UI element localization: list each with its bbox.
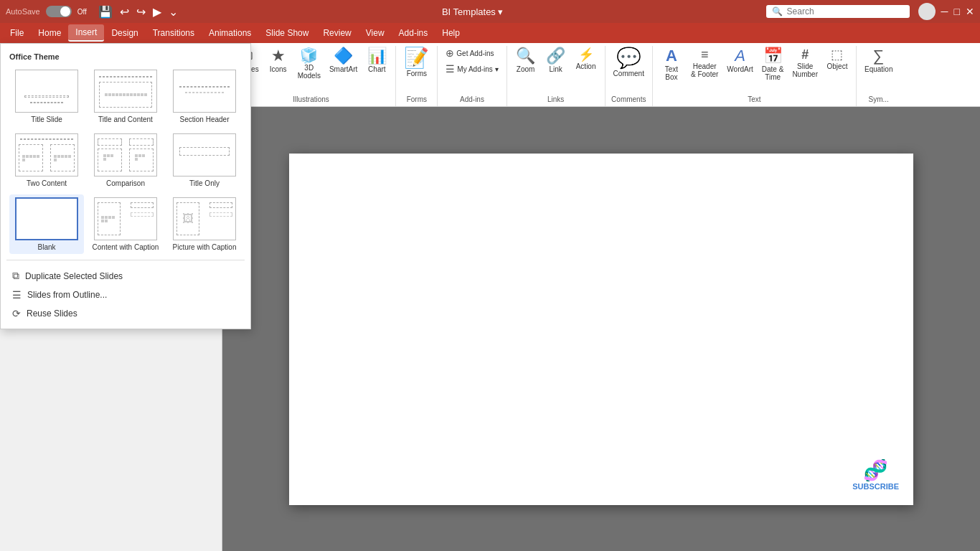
- my-addins-button[interactable]: ☰ My Add-ins ▾: [442, 62, 501, 76]
- menu-slideshow[interactable]: Slide Show: [258, 25, 316, 41]
- zoom-button[interactable]: 🔍 Zoom: [512, 46, 540, 75]
- menu-home[interactable]: Home: [31, 25, 68, 41]
- close-icon[interactable]: ✕: [966, 6, 974, 17]
- search-bar[interactable]: 🔍: [766, 5, 910, 18]
- link-button[interactable]: 🔗 Link: [542, 46, 570, 75]
- forms-label: Forms: [407, 70, 427, 77]
- layout-blank[interactable]: Blank: [9, 194, 84, 254]
- reuse-slides-action[interactable]: ⟳ Reuse Slides: [6, 304, 245, 323]
- menu-design[interactable]: Design: [104, 25, 145, 41]
- layout-name-two-content: Two Content: [27, 179, 67, 187]
- icons-button[interactable]: ★ Icons: [264, 46, 293, 75]
- layout-thumb-blank: [15, 197, 78, 240]
- 3d-models-button[interactable]: 🧊 3DModels: [294, 46, 324, 82]
- slides-from-outline-action[interactable]: ☰ Slides from Outline...: [6, 286, 245, 304]
- minimize-icon[interactable]: ─: [941, 6, 948, 17]
- autosave-toggle[interactable]: [46, 6, 72, 17]
- duplicate-slides-action[interactable]: ⧉ Duplicate Selected Slides: [6, 266, 245, 286]
- dna-icon: 🧬: [863, 458, 888, 482]
- object-button[interactable]: ⬚ Object: [823, 46, 852, 72]
- present-icon[interactable]: ▶: [153, 5, 161, 19]
- menu-help[interactable]: Help: [435, 25, 467, 41]
- layout-comparison[interactable]: Comparison: [88, 131, 163, 190]
- wordart-icon: A: [735, 48, 745, 64]
- link-label: Link: [549, 65, 562, 73]
- get-addins-button[interactable]: ⊕ Get Add-ins: [442, 46, 497, 60]
- 3d-models-icon: 🧊: [300, 48, 318, 62]
- duplicate-icon: ⧉: [12, 270, 19, 282]
- menu-insert[interactable]: Insert: [68, 24, 104, 42]
- comments-group-label: Comments: [606, 95, 652, 103]
- object-label: Object: [827, 62, 848, 70]
- subscribe-watermark: 🧬 SUBSCRIBE: [852, 458, 899, 491]
- thumb-comp-right-content: [130, 149, 153, 166]
- thumb-two-right: [50, 144, 75, 171]
- textbox-button[interactable]: A TextBox: [657, 46, 686, 83]
- menu-transitions[interactable]: Transitions: [146, 25, 202, 41]
- canvas-area: 🧬 SUBSCRIBE: [222, 107, 980, 551]
- get-addins-icon: ⊕: [446, 47, 454, 59]
- layout-section-header[interactable]: Section Header: [167, 67, 242, 126]
- menu-animations[interactable]: Animations: [202, 25, 258, 41]
- user-avatar[interactable]: [918, 3, 936, 20]
- maximize-icon[interactable]: □: [954, 6, 960, 17]
- menu-view[interactable]: View: [359, 25, 392, 41]
- thumb-sub-line: [30, 102, 63, 103]
- subscribe-text: SUBSCRIBE: [852, 482, 899, 491]
- menu-file[interactable]: File: [3, 25, 31, 41]
- chart-icon: 📊: [367, 48, 387, 64]
- forms-button[interactable]: 📝 Forms: [400, 46, 433, 80]
- search-input[interactable]: [787, 6, 902, 17]
- symbols-group-label: Sym...: [857, 95, 900, 103]
- equation-label: Equation: [864, 65, 892, 73]
- date-time-button[interactable]: 📅 Date &Time: [758, 46, 788, 83]
- thumb-cc-right-mid: [131, 212, 154, 217]
- undo-icon[interactable]: ↩: [120, 5, 129, 19]
- link-icon: 🔗: [546, 48, 565, 64]
- zoom-icon: 🔍: [516, 48, 535, 64]
- layout-title-only[interactable]: Title Only: [167, 131, 242, 190]
- wordart-button[interactable]: A WordArt: [723, 46, 757, 75]
- header-footer-icon: ≡: [701, 48, 709, 61]
- text-group-label: Text: [653, 95, 856, 103]
- new-slide-dropdown: Office Theme Title Slide: [0, 43, 251, 329]
- thumb-comp-right-dots: [132, 151, 151, 164]
- chart-button[interactable]: 📊 Chart: [362, 46, 391, 75]
- header-footer-button[interactable]: ≡ Header& Footer: [687, 46, 722, 80]
- slide-number-label: SlideNumber: [792, 62, 818, 78]
- date-time-label: Date &Time: [762, 65, 784, 81]
- smartart-button[interactable]: 🔷 SmartArt: [326, 46, 361, 75]
- customize-icon[interactable]: ⌄: [169, 5, 178, 19]
- layout-title-slide[interactable]: Title Slide: [9, 67, 84, 126]
- layout-name-title-only: Title Only: [189, 179, 220, 187]
- comment-icon: 💬: [616, 48, 641, 68]
- comment-button[interactable]: 💬 Comment: [610, 46, 648, 80]
- save-icon[interactable]: 💾: [98, 5, 113, 19]
- layout-thumb-comparison: [94, 133, 157, 176]
- menu-review[interactable]: Review: [316, 25, 358, 41]
- thumb-comp-bot-left: [98, 149, 122, 171]
- thumb-pc-right-top: [209, 202, 232, 208]
- slide-number-button[interactable]: # SlideNumber: [788, 46, 821, 80]
- thumb-two-top: [20, 138, 73, 140]
- layout-title-content[interactable]: Title and Content: [88, 67, 163, 126]
- action-label: Action: [576, 62, 596, 70]
- thumb-two-left-dots: [19, 152, 42, 164]
- 3d-models-label: 3DModels: [298, 64, 321, 80]
- layout-two-content[interactable]: Two Content: [9, 131, 84, 190]
- thumb-two-left: [19, 144, 43, 171]
- menu-addins[interactable]: Add-ins: [392, 25, 435, 41]
- action-button[interactable]: ⚡ Action: [572, 46, 600, 72]
- layout-picture-caption[interactable]: 🖼 Picture with Caption: [167, 194, 242, 254]
- thumb-two-right-dots: [51, 152, 74, 164]
- menu-bar: File Home Insert Design Transitions Anim…: [0, 23, 980, 43]
- my-addins-label: My Add-ins ▾: [457, 65, 498, 73]
- icons-icon: ★: [271, 48, 286, 64]
- layout-content-caption[interactable]: Content with Caption: [88, 194, 163, 254]
- redo-icon[interactable]: ↪: [136, 5, 146, 19]
- slide-number-icon: #: [801, 48, 809, 61]
- equation-button[interactable]: ∑ Equation: [861, 46, 896, 75]
- thumb-title-line: [24, 95, 69, 98]
- thumb-comp-left-content: [98, 149, 121, 166]
- layout-thumb-content-caption: [94, 197, 157, 240]
